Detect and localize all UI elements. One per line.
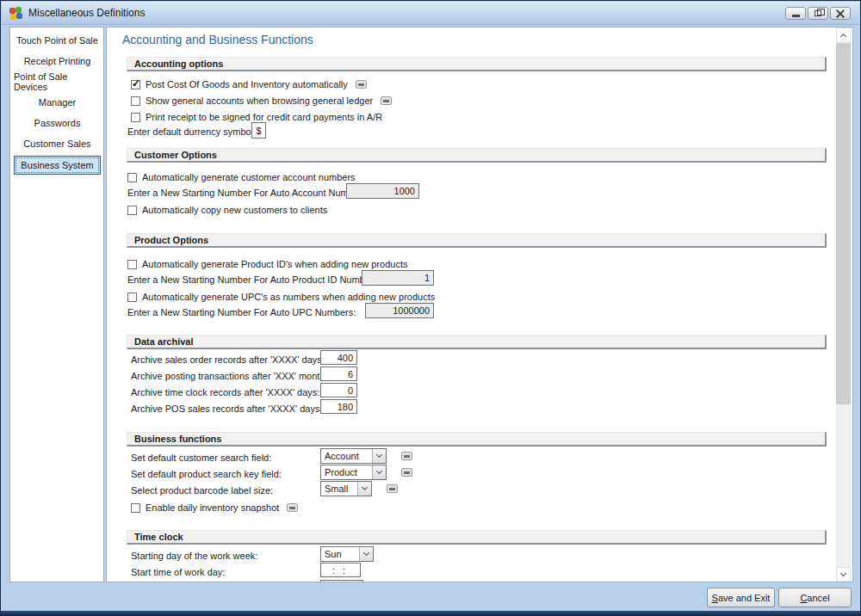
field-label: Archive POS sales records after 'XXXX' d… — [131, 401, 322, 416]
archive-sales-order-days-input[interactable] — [320, 350, 357, 365]
cancel-button[interactable]: Cancel — [778, 588, 852, 607]
checkbox-post-cogs[interactable] — [131, 80, 140, 89]
auto-upc-number-input[interactable] — [365, 303, 434, 318]
archive-time-clock-days-input[interactable] — [320, 383, 357, 397]
checkbox-auto-customer-numbers[interactable] — [127, 173, 137, 182]
scrollbar-thumb[interactable] — [836, 43, 851, 404]
auto-product-id-input[interactable] — [362, 270, 434, 286]
chevron-down-icon — [840, 570, 846, 576]
register-icon — [356, 80, 367, 89]
scroll-down-button[interactable] — [836, 567, 851, 582]
minimize-button[interactable] — [785, 7, 806, 20]
register-icon — [401, 468, 412, 477]
register-icon — [287, 503, 298, 512]
archive-posting-months-input[interactable] — [320, 367, 357, 381]
selected-value: Account — [321, 449, 372, 463]
field-label: Select product barcode label size: — [131, 483, 273, 498]
field-label: Set default customer search field: — [131, 450, 271, 465]
chevron-down-icon — [376, 452, 382, 458]
chevron-up-icon — [840, 33, 846, 39]
checkbox-row: Post Cost Of Goods and Inventory automat… — [131, 77, 367, 92]
checkbox-row: Enable daily inventory snapshot — [131, 500, 298, 515]
checkbox-row: Automatically copy new customers to clie… — [127, 202, 327, 218]
checkbox-auto-product-ids[interactable] — [127, 260, 137, 269]
work-week-start-select[interactable]: Sun — [320, 546, 374, 562]
app-icon — [9, 7, 22, 20]
field-label: Starting day of the work week: — [131, 548, 257, 564]
checkbox-copy-customers-to-clients[interactable] — [127, 206, 137, 215]
checkbox-auto-upc[interactable] — [127, 293, 137, 302]
checkbox-label: Automatically generate customer account … — [142, 172, 356, 182]
section-header-customer-options: Customer Options — [127, 148, 827, 163]
sidebar-item-manager[interactable]: Manager — [14, 94, 101, 111]
sidebar-item-receipt-printing[interactable]: Receipt Printing — [14, 52, 101, 70]
field-label: Archive sales order records after 'XXXX'… — [131, 352, 325, 367]
customer-search-field-select[interactable]: Account — [320, 448, 387, 464]
auto-account-number-input[interactable] — [346, 183, 419, 199]
dropdown-button[interactable] — [372, 449, 386, 463]
vertical-scrollbar[interactable] — [836, 28, 851, 582]
field-label: Set default product search key field: — [131, 466, 282, 482]
checkbox-daily-inventory-snapshot[interactable] — [131, 503, 140, 513]
sidebar-item-passwords[interactable]: Passwords — [14, 114, 101, 132]
product-search-key-select[interactable]: Product — [320, 465, 387, 480]
section-header-accounting-options: Accounting options — [127, 57, 827, 71]
close-icon — [836, 9, 845, 18]
chevron-down-icon — [376, 468, 382, 474]
register-icon — [401, 452, 412, 460]
sidebar-item-touch-point-of-sale[interactable]: Touch Point of Sale — [14, 32, 101, 49]
checkbox-print-receipt-ar[interactable] — [131, 113, 140, 122]
field-label: Enter a New Starting Number For Auto UPC… — [127, 305, 356, 320]
save-and-exit-button[interactable]: Save and Exit — [707, 588, 775, 607]
section-header-product-options: Product Options — [127, 233, 827, 248]
checkbox-row: Automatically generate customer account … — [127, 169, 356, 185]
register-icon — [381, 96, 392, 105]
checkbox-label: Automatically copy new customers to clie… — [142, 205, 327, 215]
chevron-down-icon — [362, 484, 368, 490]
section-header-business-functions: Business functions — [127, 432, 827, 447]
scroll-up-button[interactable] — [836, 28, 851, 42]
field-label: Start time of work day: — [131, 564, 225, 580]
field-label: Enter default durrency symbol: — [127, 124, 256, 139]
barcode-label-size-select[interactable]: Small — [320, 481, 372, 496]
checkbox-label: Automatically generate UPC's as numbers … — [142, 292, 435, 302]
selected-value: Product — [321, 465, 372, 479]
clipped-control — [320, 580, 363, 582]
restore-button[interactable] — [808, 7, 828, 20]
currency-symbol-input[interactable] — [251, 122, 266, 139]
field-label: Archive time clock records after 'XXXX' … — [131, 385, 319, 400]
window: Miscellaneous Definitions Touch Point of… — [0, 0, 861, 616]
field-label: Enter a New Starting Number For Auto Acc… — [127, 185, 369, 200]
main-panel: Accounting and Business Functions Accoun… — [106, 27, 853, 582]
section-header-data-archival: Data archival — [127, 335, 827, 349]
page-title: Accounting and Business Functions — [122, 33, 313, 46]
minimize-icon — [792, 15, 800, 17]
close-button[interactable] — [830, 7, 851, 20]
titlebar: Miscellaneous Definitions — [2, 2, 859, 25]
sidebar-item-customer-sales[interactable]: Customer Sales — [14, 135, 101, 152]
register-icon — [387, 484, 398, 493]
checkbox-label: Enable daily inventory snapshot — [146, 502, 279, 513]
work-day-start-time-input[interactable] — [320, 563, 361, 577]
sidebar-item-business-system[interactable]: Business System — [14, 156, 101, 175]
restore-icon — [815, 10, 821, 16]
dropdown-button[interactable] — [372, 465, 386, 479]
field-label: Enter a New Starting Number For Auto Pro… — [127, 272, 381, 287]
checkbox-label: Post Cost Of Goods and Inventory automat… — [146, 79, 348, 89]
selected-value: Small — [321, 482, 357, 496]
window-title: Miscellaneous Definitions — [28, 7, 145, 19]
checkbox-label: Automatically generate Product ID's when… — [142, 259, 407, 269]
sidebar-item-point-of-sale-devices[interactable]: Point of Sale Devices — [14, 73, 101, 90]
dropdown-button[interactable] — [359, 547, 373, 561]
chevron-down-icon — [363, 550, 369, 556]
checkbox-show-general-accounts[interactable] — [131, 96, 140, 106]
dropdown-button[interactable] — [357, 482, 371, 496]
archive-pos-sales-days-input[interactable] — [320, 399, 357, 414]
section-header-time-clock: Time clock — [127, 530, 827, 545]
checkbox-label: Show general accounts when browsing gene… — [146, 95, 373, 106]
checkbox-label: Print receipt to be signed for credit ca… — [146, 112, 382, 122]
checkbox-row: Show general accounts when browsing gene… — [131, 93, 392, 108]
sidebar: Touch Point of Sale Receipt Printing Poi… — [9, 27, 104, 582]
window-controls — [785, 7, 851, 20]
selected-value: Sun — [321, 547, 359, 561]
